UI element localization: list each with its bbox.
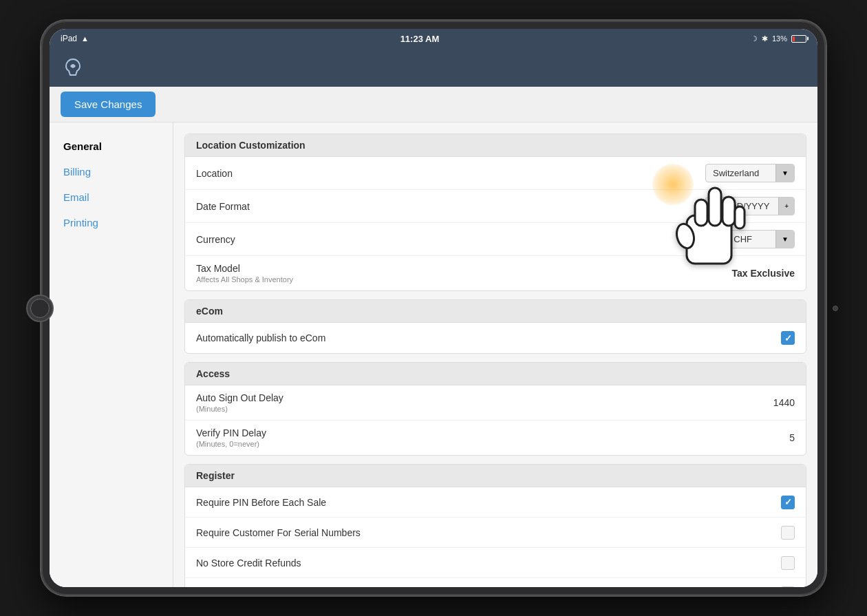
checkbox-customer-serial[interactable] bbox=[781, 526, 795, 540]
sidebar-item-billing[interactable]: Billing bbox=[50, 159, 173, 184]
location-arrow[interactable]: ▼ bbox=[775, 164, 794, 182]
setting-row-location: Location Switzerland ▼ bbox=[185, 157, 806, 190]
camera bbox=[833, 306, 838, 311]
section-header-register: Register bbox=[185, 465, 806, 487]
location-select[interactable]: Switzerland ▼ bbox=[705, 164, 795, 182]
section-header-access: Access bbox=[185, 363, 806, 385]
main-content: Location Customization Location Switzerl… bbox=[173, 123, 817, 587]
section-header-ecom: eCom bbox=[185, 300, 806, 323]
section-location-customization: Location Customization Location Switzerl… bbox=[184, 134, 806, 291]
setting-row-pin-delay: Verify PIN Delay (Minutes, 0=never) 5 bbox=[185, 421, 806, 455]
setting-row-ecom-publish: Automatically publish to eCom bbox=[185, 323, 806, 353]
value-currency: CHF CHF ▼ bbox=[705, 230, 795, 248]
bluetooth-icon: ✱ bbox=[762, 34, 768, 43]
ipad-frame: iPad ▲ 11:23 AM ☽ ✱ 13% bbox=[41, 21, 826, 595]
content-area: General Billing Email Printing Location … bbox=[50, 123, 817, 587]
app-logo bbox=[61, 55, 85, 80]
checkbox-store-credit[interactable] bbox=[781, 556, 795, 570]
home-button[interactable] bbox=[26, 295, 54, 322]
setting-row-customer-serial: Require Customer For Serial Numbers bbox=[185, 518, 806, 548]
label-date-format: Date Format bbox=[196, 201, 705, 212]
value-tax-model: Tax Exclusive bbox=[731, 268, 795, 279]
setting-row-auto-signout: Auto Sign Out Delay (Minutes) 1440 bbox=[185, 385, 806, 421]
sidebar-item-printing[interactable]: Printing bbox=[50, 210, 173, 235]
setting-row-date-format: Date Format MM/DD/YYYY + bbox=[185, 190, 806, 223]
battery-indicator bbox=[791, 35, 806, 43]
value-store-credit bbox=[781, 556, 795, 570]
sidebar-item-email[interactable]: Email bbox=[50, 184, 173, 210]
checkbox-require-pin[interactable] bbox=[781, 496, 795, 509]
ipad-screen: iPad ▲ 11:23 AM ☽ ✱ 13% bbox=[50, 29, 817, 587]
value-auto-signout: 1440 bbox=[773, 397, 795, 408]
date-format-value: MM/DD/YYYY bbox=[706, 198, 778, 215]
location-value: Switzerland bbox=[706, 164, 775, 182]
setting-row-tax-model: Tax Model Affects All Shops & Inventory … bbox=[185, 256, 806, 290]
setting-row-currency: Currency CHF CHF ▼ bbox=[185, 223, 806, 256]
setting-row-store-credit: No Store Credit Refunds bbox=[185, 548, 806, 578]
value-require-pin bbox=[781, 496, 795, 509]
pin-delay-value: 5 bbox=[789, 432, 795, 443]
value-customer-serial bbox=[781, 526, 795, 540]
status-right: ☽ ✱ 13% bbox=[751, 34, 806, 43]
label-require-pin: Require PIN Before Each Sale bbox=[196, 497, 781, 508]
section-access: Access Auto Sign Out Delay (Minutes) 144… bbox=[184, 362, 806, 456]
currency-select[interactable]: CHF CHF ▼ bbox=[705, 230, 795, 248]
status-bar: iPad ▲ 11:23 AM ☽ ✱ 13% bbox=[50, 29, 817, 48]
setting-row-require-pin: Require PIN Before Each Sale bbox=[185, 487, 806, 518]
moon-icon: ☽ bbox=[751, 34, 758, 43]
currency-value: CHF CHF bbox=[706, 231, 775, 248]
device-name: iPad bbox=[61, 34, 77, 43]
value-location: Switzerland ▼ bbox=[705, 164, 795, 182]
checkbox-ecom-publish[interactable] bbox=[781, 331, 795, 345]
currency-arrow[interactable]: ▼ bbox=[775, 231, 794, 248]
section-ecom: eCom Automatically publish to eCom bbox=[184, 299, 806, 354]
app-header bbox=[50, 48, 817, 87]
checkbox-gift-card[interactable] bbox=[781, 586, 795, 588]
auto-signout-value: 1440 bbox=[773, 397, 795, 408]
label-location: Location bbox=[196, 168, 705, 179]
save-changes-button[interactable]: Save Changes bbox=[61, 92, 156, 117]
section-header-location: Location Customization bbox=[185, 134, 806, 157]
value-date-format: MM/DD/YYYY + bbox=[705, 197, 795, 215]
label-ecom-publish: Automatically publish to eCom bbox=[196, 332, 781, 343]
toolbar: Save Changes bbox=[50, 87, 817, 123]
date-format-arrow[interactable]: + bbox=[778, 198, 794, 215]
sidebar: General Billing Email Printing bbox=[50, 123, 173, 587]
setting-row-gift-card: No Gift Card Refunds bbox=[185, 578, 806, 587]
value-pin-delay: 5 bbox=[789, 432, 795, 443]
section-register: Register Require PIN Before Each Sale Re… bbox=[184, 464, 806, 587]
label-tax-model: Tax Model Affects All Shops & Inventory bbox=[196, 263, 731, 284]
label-pin-delay: Verify PIN Delay (Minutes, 0=never) bbox=[196, 427, 789, 448]
status-left: iPad ▲ bbox=[61, 34, 89, 43]
sidebar-item-general[interactable]: General bbox=[50, 134, 173, 159]
value-gift-card bbox=[781, 586, 795, 588]
label-currency: Currency bbox=[196, 234, 705, 245]
label-store-credit: No Store Credit Refunds bbox=[196, 557, 781, 569]
clock: 11:23 AM bbox=[400, 34, 440, 44]
battery-percent: 13% bbox=[772, 34, 787, 43]
date-format-select[interactable]: MM/DD/YYYY + bbox=[705, 197, 795, 215]
wifi-icon: ▲ bbox=[81, 34, 89, 43]
label-auto-signout: Auto Sign Out Delay (Minutes) bbox=[196, 392, 773, 413]
value-ecom-publish bbox=[781, 331, 795, 345]
label-customer-serial: Require Customer For Serial Numbers bbox=[196, 527, 781, 538]
